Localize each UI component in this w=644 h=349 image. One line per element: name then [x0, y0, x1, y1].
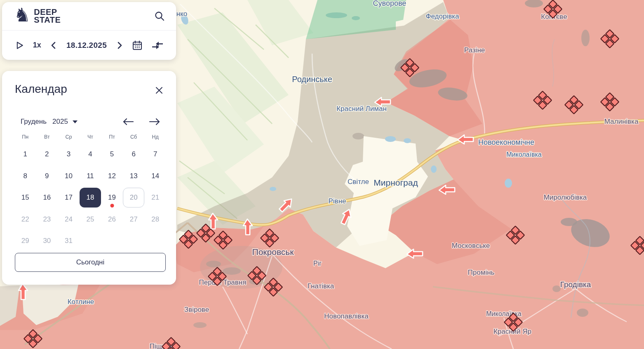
day-number: 21	[151, 193, 159, 202]
map-label: Малинівка	[604, 118, 639, 125]
next-day-chevron[interactable]	[115, 41, 124, 50]
day-number: 19	[108, 193, 116, 202]
day-number: 25	[87, 215, 94, 224]
previous-month-arrow[interactable]	[122, 118, 134, 126]
weekday-label: Сб	[123, 134, 145, 140]
day-number: 6	[132, 150, 135, 158]
map-label: Ріг	[313, 260, 322, 267]
map-label: Новоекономічне	[478, 138, 534, 146]
calendar-day-4[interactable]: 4	[80, 144, 101, 164]
day-number: 29	[21, 237, 29, 245]
toolbar-panel: ♞ DEEP STATE 1x 18.	[2, 2, 176, 60]
map-label: Мирноград	[374, 178, 418, 187]
calendar-day-10[interactable]: 10	[58, 166, 80, 186]
calendar-day-28: 28	[144, 210, 166, 229]
search-icon[interactable]	[154, 10, 165, 22]
calendar-day-13[interactable]: 13	[123, 166, 145, 186]
calendar-day-empty	[101, 231, 123, 251]
day-number: 27	[130, 215, 138, 224]
calendar-day-1[interactable]: 1	[14, 144, 36, 164]
calendar-day-3[interactable]: 3	[58, 144, 80, 164]
brand-row: ♞ DEEP STATE	[2, 2, 176, 31]
calendar-day-empty	[80, 231, 101, 251]
map-label: Миролюбівка	[544, 193, 587, 201]
calendar-day-11[interactable]: 11	[80, 166, 101, 186]
map-label: Світле	[348, 178, 369, 186]
day-number: 23	[43, 215, 51, 224]
map-label: Федорівка	[426, 12, 459, 20]
day-number: 18	[87, 193, 94, 202]
current-date[interactable]: 18.12.2025	[66, 41, 107, 50]
calendar-day-12[interactable]: 12	[101, 166, 123, 186]
speed-toggle[interactable]: 1x	[33, 41, 41, 50]
day-number: 28	[151, 215, 159, 224]
close-icon[interactable]	[153, 84, 165, 97]
map-label: Миколаївка	[506, 151, 542, 158]
day-number: 8	[24, 172, 27, 180]
calendar-day-5[interactable]: 5	[101, 144, 123, 164]
weekday-label: Пн	[14, 134, 36, 140]
day-number: 30	[43, 237, 51, 245]
day-number: 14	[151, 172, 159, 180]
calendar-day-25: 25	[80, 210, 101, 229]
weekday-label: Пт	[101, 134, 123, 140]
map-label: Рівне	[329, 197, 346, 205]
weekday-header: ПнВтСрЧтПтСбНд	[14, 134, 166, 140]
day-number: 12	[108, 172, 116, 180]
map-label: Московське	[452, 242, 490, 250]
calendar-day-6[interactable]: 6	[123, 144, 145, 164]
map-label: Покровськ	[252, 247, 294, 257]
calendar-day-17[interactable]: 17	[58, 188, 80, 208]
today-button[interactable]: Сьогодні	[15, 253, 166, 272]
map-label: Новопавлівка	[324, 312, 369, 320]
calendar-day-27: 27	[123, 210, 145, 229]
map-label: Разіне	[464, 46, 485, 54]
calendar-day-21: 21	[144, 188, 166, 208]
calendar-day-15[interactable]: 15	[14, 188, 36, 208]
chevron-down-icon[interactable]	[72, 120, 78, 124]
weekday-label: Вт	[36, 134, 58, 140]
month-select[interactable]: Грудень	[21, 118, 47, 126]
calendar-icon[interactable]	[132, 40, 143, 51]
day-number: 11	[87, 172, 94, 180]
play-button[interactable]	[14, 40, 24, 50]
day-number: 20	[130, 193, 138, 202]
month-selector-row: Грудень 2025	[21, 114, 161, 129]
weekday-label: Ср	[58, 134, 80, 140]
calendar-day-14[interactable]: 14	[144, 166, 166, 186]
day-number: 10	[65, 172, 73, 180]
previous-day-chevron[interactable]	[49, 41, 58, 50]
calendar-day-31: 31	[58, 231, 80, 251]
calendar-day-16[interactable]: 16	[36, 188, 58, 208]
compare-arrows-icon[interactable]	[151, 40, 164, 51]
day-number: 3	[67, 150, 71, 158]
calendar-day-20: 20	[123, 188, 145, 208]
calendar-day-8[interactable]: 8	[14, 166, 36, 186]
next-month-arrow[interactable]	[148, 118, 161, 126]
brand-line-bottom: STATE	[34, 16, 61, 24]
day-number: 22	[21, 215, 29, 224]
calendar-panel: Календар Грудень 2025	[2, 71, 176, 285]
calendar-day-2[interactable]: 2	[36, 144, 58, 164]
calendar-title: Календар	[15, 83, 67, 96]
map-label: Красний Лиман	[336, 105, 387, 113]
calendar-day-empty	[123, 231, 145, 251]
year-select[interactable]: 2025	[52, 118, 68, 126]
day-number: 7	[153, 150, 157, 158]
map-label: Гродівка	[560, 280, 591, 289]
calendar-day-23: 23	[36, 210, 58, 229]
day-number: 17	[65, 193, 73, 202]
calendar-day-18[interactable]: 18	[80, 188, 101, 208]
month-nav	[122, 118, 161, 126]
calendar-day-9[interactable]: 9	[36, 166, 58, 186]
day-number: 16	[43, 193, 51, 202]
map-label: Промінь	[468, 269, 495, 276]
map-label: Гнатівка	[308, 282, 334, 290]
weekday-label: Чт	[80, 134, 101, 140]
day-number: 4	[88, 150, 92, 158]
map-label: Котлине	[68, 298, 94, 306]
map-label: Звірове	[184, 306, 209, 314]
day-number: 5	[110, 150, 114, 158]
calendar-day-19[interactable]: 19	[101, 188, 123, 208]
calendar-day-7[interactable]: 7	[144, 144, 166, 164]
